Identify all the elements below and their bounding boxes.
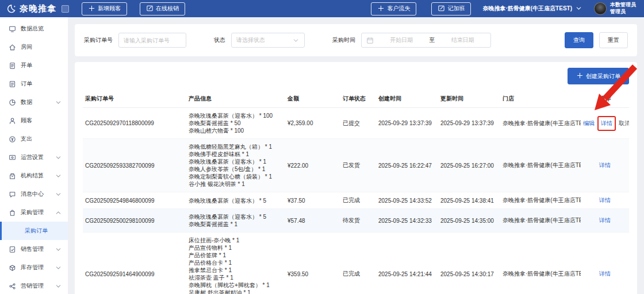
sidebar-item-label: 数据 [21,98,32,106]
chevron-down-icon [55,172,62,180]
column-header: 门店 [500,90,581,108]
home-icon [9,44,16,51]
table-header-row: 采购订单号产品信息金额订单状态创建时间更新时间门店操作 [83,90,629,108]
reset-button[interactable]: 重置 [599,32,628,48]
sidebar-item[interactable]: 订单 [0,75,68,93]
created-cell: 2025-09-25 14:33:52 [376,192,438,209]
status-cell: 已完成 [340,192,376,209]
sidebar-item[interactable]: 开单 [0,56,68,75]
status-cell: 已提交 [340,108,376,139]
sidebar-item[interactable]: 数据 [0,93,68,111]
sidebar-item[interactable]: 销售管理 [0,240,68,258]
user-menu[interactable]: 本数管理员 管理员 [594,2,636,15]
column-header: 产品信息 [186,90,285,108]
search-button[interactable]: 查询 [565,32,593,48]
product-line: 奈晚山楂六物膏 * 100 [189,127,283,134]
product-line: 奈晚低糖轻脂黑芝麻丸（箱） * 1 [189,143,283,150]
status-select-placeholder: 请选择状态 [236,36,265,44]
order-no-cell: CG2025092500298100099 [83,209,186,233]
product-line: 足康树 舒出茶树精油 * 1 [189,289,283,294]
products-cell: 奈晚玫瑰桑葚茶（迎客水） * 5奈晚梨膏摇摇盖 * 1 [186,209,285,233]
user-icon [9,117,16,125]
topbar-button[interactable]: 客户流失 [371,2,416,16]
monitor-dot-icon [9,154,16,161]
amount-cell: ¥57.48 [285,209,340,233]
sidebar-item-label: 房间 [21,43,32,51]
store-cell: 奈晚推拿·筋骨健康(牛王庙店TEST) [500,209,581,233]
chat-icon [9,191,16,198]
chevron-down-icon [55,283,62,290]
sidebar-item[interactable]: 支出 [0,130,68,148]
product-line: 奈晚玫瑰桑葚茶（迎客水） * 1 [189,158,283,165]
order-no-input[interactable] [124,37,181,44]
sidebar-item-label: 订单 [21,80,32,88]
actions-cell: 详情 [581,233,629,294]
status-select[interactable]: 请选择状态 [231,33,305,48]
sidebar-item[interactable]: 运营设置 [0,148,68,167]
date-end-placeholder: 结束日期 [440,36,486,44]
status-cell: 已发货 [340,139,376,192]
action-link[interactable]: 详情 [599,270,611,278]
product-line: 产品宣传物料 * 1 [189,244,283,252]
updated-cell: 2025-09-25 14:38:41 [438,192,500,209]
sidebar-item-label: 支出 [21,135,32,143]
products-cell: 奈晚玫瑰桑葚茶（迎客水） * 5 [186,192,285,209]
store-cell: 奈晚推拿·筋骨健康(牛王庙店TEST) [500,108,581,139]
action-link[interactable]: 取消 [619,119,629,127]
orders-table-card: 创建采购订单 采购订单号产品信息金额订单状态创建时间更新时间门店操作 CG202… [75,62,637,294]
chevron-down-icon [575,5,582,13]
building-icon [9,172,16,180]
sidebar-item[interactable]: 顾客 [0,111,68,130]
product-line: 奈晚定制梨膏软心糖（袋装） * 1 [189,173,283,180]
topbar-button[interactable]: 新增顾客 [82,2,127,16]
amount-cell: ¥222.00 [285,139,340,192]
table-row: CG2025092970118800099奈晚玫瑰桑葚茶（迎客水） * 100奈… [83,108,629,139]
status-filter-label: 状态 [214,36,225,44]
store-cell: 奈晚推拿·筋骨健康(牛王庙店TEST) [500,139,581,192]
updated-cell: 2025-09-29 13:37:39 [438,108,500,139]
date-range-picker[interactable]: 开始日期 至 结束日期 [361,33,491,48]
sidebar-item[interactable]: 消息中心 [0,185,68,203]
time-filter-label: 采购时间 [332,36,355,44]
product-line: 奈晚梨膏摇摇盖 * 50 [189,119,283,127]
chevron-down-icon [55,154,62,161]
avatar[interactable] [594,2,607,15]
action-link[interactable]: 详情 [599,161,611,169]
product-line: 产品价格台卡 * 1 [189,259,283,266]
sidebar-item[interactable]: 采购管理 [0,203,68,222]
order-no-cell: CG2025092549846800099 [83,192,186,209]
app-logo: 奈晚推拿 [7,3,69,14]
table-body: CG2025092970118800099奈晚玫瑰桑葚茶（迎客水） * 100奈… [83,108,629,294]
sidebar-item[interactable]: 营销管理 [0,277,68,294]
sidebar-item-label: 销售管理 [21,245,44,253]
sidebar-item[interactable]: 库存管理 [0,258,68,277]
product-line: 奈晚人参玫苓茶（5包/盒） * 1 [189,165,283,173]
sidebar-item-label: 营销管理 [21,282,44,290]
action-link[interactable]: 详情 [599,196,611,204]
actions-cell: 详情 [581,139,629,192]
order-no-cell: CG2025092593382700099 [83,139,186,192]
sidebar-item-label: 顾客 [21,117,32,125]
topbar-button[interactable]: 记加班 [431,2,471,16]
table-row: CG2025092549846800099奈晚玫瑰桑葚茶（迎客水） * 5¥37… [83,192,629,209]
chevron-down-icon [55,191,62,198]
doc-icon [9,62,16,69]
action-link[interactable]: 详情 [599,216,611,225]
action-link-highlighted[interactable]: 详情 [597,116,616,131]
box-icon [9,264,16,272]
chevron-down-icon [292,37,300,44]
store-selector[interactable]: 奈晚推拿·筋骨健康(牛王庙店TEST) [482,5,582,13]
topbar-button[interactable]: 在线核销 [140,2,185,16]
create-purchase-order-button[interactable]: 创建采购订单 [568,68,629,84]
sidebar-item[interactable]: 数据总览 [0,20,68,38]
sidebar-item[interactable]: 房间 [0,38,68,56]
sidebar-subitem-active[interactable]: 采购订单 [0,222,68,240]
sidebar-item[interactable]: 机构结算 [0,167,68,185]
product-line: 产品价签牌 * 1 [189,252,283,259]
product-line: 床位挂画-奈小晚 * 1 [189,237,283,244]
products-cell: 奈晚低糖轻脂黑芝麻丸（箱） * 1奈晚佛手橙皮舒味糕 * 1奈晚玫瑰桑葚茶（迎客… [186,139,285,192]
column-header: 采购订单号 [83,90,186,108]
created-cell: 2025-09-29 13:37:39 [376,108,438,139]
action-link[interactable]: 编辑 [583,119,595,127]
sidebar-item-label: 消息中心 [21,190,44,198]
